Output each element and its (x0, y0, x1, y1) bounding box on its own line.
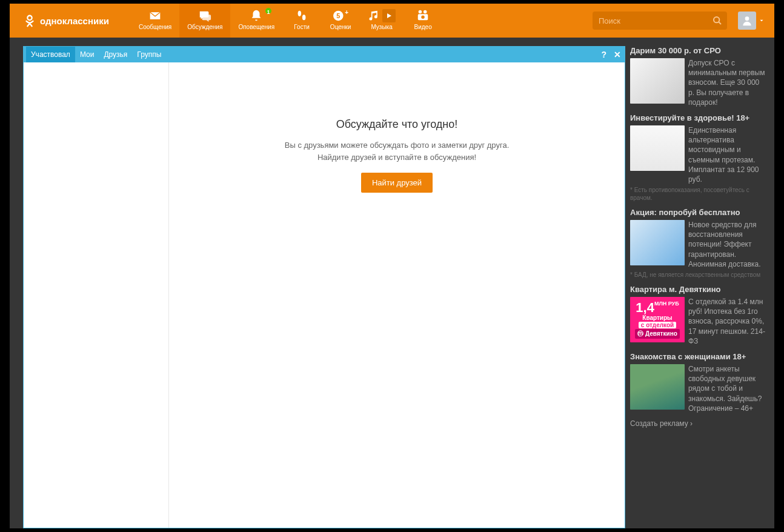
ad-image[interactable] (630, 364, 685, 410)
nav-label: Оценки (330, 24, 351, 30)
help-button[interactable]: ? (597, 47, 610, 62)
svg-point-10 (714, 17, 719, 22)
play-icon[interactable] (382, 9, 396, 22)
ad-block[interactable]: Инвестируйте в здоровье! 18+Единственная… (630, 113, 767, 202)
find-friends-button[interactable]: Найти друзей (361, 173, 433, 193)
ad-image[interactable]: 1,4МЛН РУБКвартирыс отделкойⓜ Девяткино (630, 297, 685, 342)
five-plus-icon: 5+ (333, 9, 348, 22)
close-button[interactable]: ✕ (610, 47, 625, 62)
ad-text: Новое средство для восстановления потенц… (688, 220, 767, 269)
svg-point-2 (302, 15, 306, 20)
nav-label: Музыка (371, 24, 392, 30)
ad-title[interactable]: Акция: попробуй бесплатно (630, 208, 767, 217)
chevron-down-icon (759, 18, 765, 24)
logo[interactable]: одноклассники (10, 4, 131, 38)
ad-block[interactable]: Знакомства с женщинами 18+Смотри анкеты … (630, 352, 767, 413)
svg-point-6 (419, 10, 422, 13)
musicnote-icon (368, 9, 380, 22)
svg-point-1 (298, 10, 302, 16)
ad-title[interactable]: Инвестируйте в здоровье! 18+ (630, 113, 767, 122)
empty-line-2: Найдите друзей и вступайте в обсуждения! (317, 151, 476, 164)
profile-menu[interactable] (733, 4, 774, 38)
person-icon (741, 15, 753, 27)
empty-title: Обсуждайте что угодно! (336, 118, 458, 131)
create-ad-link[interactable]: Создать рекламу › (630, 419, 767, 428)
search-icon (713, 16, 722, 25)
nav-item-five-plus[interactable]: 5+Оценки (321, 4, 360, 38)
logo-text: одноклассники (40, 16, 109, 26)
panel-tab[interactable]: Мои (75, 47, 99, 62)
nav-label: Гости (294, 24, 309, 30)
nav-label: Сообщения (139, 24, 171, 30)
discussions-empty-state: Обсуждайте что угодно! Вы с друзьями мож… (169, 62, 625, 528)
svg-point-11 (745, 16, 749, 21)
panel-tab[interactable]: Участвовал (26, 47, 75, 62)
nav-item-envelope[interactable]: Сообщения (131, 4, 179, 38)
svg-point-9 (421, 15, 425, 18)
nav-item-bell[interactable]: 1Оповещения (230, 4, 282, 38)
ad-text: Допуск СРО с минимальным первым взносом.… (688, 58, 767, 107)
empty-line-1: Вы с друзьями можете обсуждать фото и за… (285, 139, 510, 151)
ad-text: С отделкой за 1.4 млн руб! Ипотека без 1… (688, 297, 767, 346)
search-input[interactable] (593, 16, 708, 25)
svg-point-0 (27, 16, 32, 20)
nav-badge: 1 (264, 7, 273, 15)
ad-image[interactable] (630, 220, 685, 265)
nav-item-comments[interactable]: Обсуждения (179, 4, 230, 38)
ad-block[interactable]: Акция: попробуй бесплатноНовое средство … (630, 208, 767, 279)
comments-icon (197, 9, 213, 22)
avatar (738, 12, 756, 30)
ad-title[interactable]: Квартира м. Девяткино (630, 285, 767, 294)
search-wrap (593, 4, 733, 38)
bell-icon (250, 9, 263, 22)
main-nav: СообщенияОбсуждения1ОповещенияГости5+Оце… (131, 4, 442, 38)
ad-block[interactable]: Квартира м. Девяткино1,4МЛН РУБКвартирыс… (630, 285, 767, 346)
svg-point-7 (424, 10, 427, 13)
discussions-list (24, 62, 169, 528)
nav-item-footprints[interactable]: Гости (282, 4, 321, 38)
ad-text: Смотри анкеты свободных девушек рядом с … (688, 364, 767, 413)
ad-disclaimer: * Есть противопоказания, посоветуйтесь с… (630, 186, 767, 202)
search-box (593, 12, 727, 30)
ads-column: Дарим 30 000 р. от СРОДопуск СРО с миним… (628, 38, 774, 528)
ad-block[interactable]: Дарим 30 000 р. от СРОДопуск СРО с миним… (630, 46, 767, 107)
topbar: одноклассники СообщенияОбсуждения1Оповещ… (10, 4, 774, 38)
ad-disclaimer: * БАД, не является лекарственным средств… (630, 271, 767, 279)
ad-title[interactable]: Знакомства с женщинами 18+ (630, 352, 767, 361)
search-button[interactable] (708, 16, 727, 25)
panel-tab[interactable]: Группы (132, 47, 166, 62)
nav-label: Видео (414, 24, 431, 30)
ad-image[interactable] (630, 125, 685, 171)
svg-text:+: + (345, 9, 348, 16)
ok-logo-icon (23, 14, 36, 27)
ad-image[interactable] (630, 58, 685, 104)
nav-item-videocam[interactable]: Видео (404, 4, 442, 38)
nav-item-musicnote[interactable]: Музыка (360, 4, 404, 38)
ad-text: Единственная альтернатива мостовидным и … (688, 125, 767, 184)
nav-label: Обсуждения (187, 24, 222, 30)
ad-title[interactable]: Дарим 30 000 р. от СРО (630, 46, 767, 55)
envelope-icon (147, 9, 163, 22)
panel-tab[interactable]: Друзья (99, 47, 132, 62)
nav-label: Оповещения (238, 24, 274, 30)
panel-tabs: УчаствовалМоиДрузьяГруппы ? ✕ (24, 47, 625, 62)
discussions-panel: УчаствовалМоиДрузьяГруппы ? ✕ Обсуждайте… (23, 46, 625, 528)
footprints-icon (295, 9, 308, 22)
svg-text:5: 5 (336, 12, 340, 19)
videocam-icon (415, 9, 431, 22)
